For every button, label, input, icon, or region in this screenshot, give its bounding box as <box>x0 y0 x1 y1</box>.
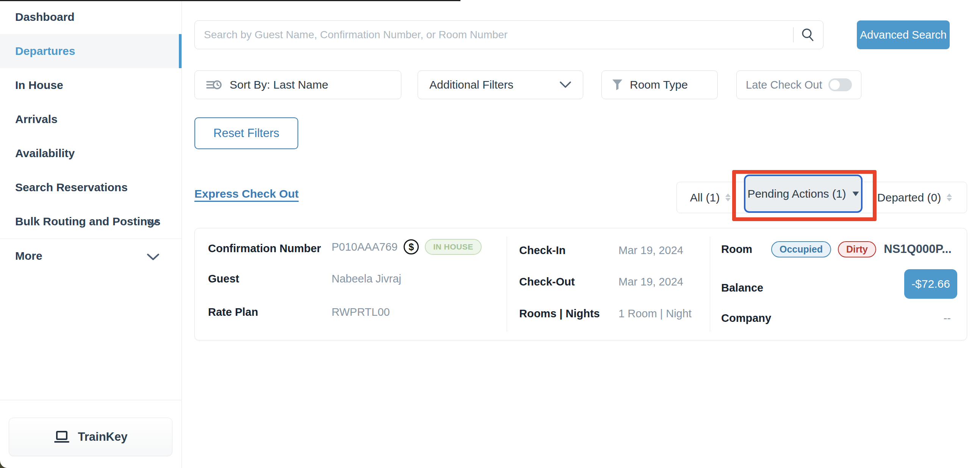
company-label: Company <box>721 312 771 325</box>
card-divider <box>507 236 507 332</box>
check-in-value: Mar 19, 2024 <box>619 244 683 257</box>
main-content: Advanced Search Sort By: Last Name Addit… <box>182 0 980 468</box>
tab-all-label: All (1) <box>690 191 720 204</box>
balance-label: Balance <box>721 282 763 294</box>
reset-filters-button[interactable]: Reset Filters <box>194 117 298 149</box>
tab-pending-actions[interactable]: Pending Actions (1) <box>744 175 862 213</box>
sidebar-item-label: Bulk Routing and Postings <box>15 215 160 228</box>
sidebar-footer: TrainKey <box>0 400 182 468</box>
rate-plan-label: Rate Plan <box>208 306 258 319</box>
trainkey-button[interactable]: TrainKey <box>9 418 172 456</box>
sidebar-item-departures[interactable]: Departures <box>0 34 181 68</box>
check-out-label: Check-Out <box>519 276 575 288</box>
sidebar: Dashboard Departures In House Arrivals A… <box>0 0 182 468</box>
check-in-label: Check-In <box>519 244 565 257</box>
advanced-search-button[interactable]: Advanced Search <box>857 21 950 49</box>
search-icon[interactable] <box>800 27 816 43</box>
additional-filters-label: Additional Filters <box>430 78 514 91</box>
rooms-nights-label: Rooms | Nights <box>519 308 600 320</box>
room-type-label: Room Type <box>630 78 688 91</box>
chevron-down-icon <box>559 81 571 89</box>
sidebar-nav: Dashboard Departures In House Arrivals A… <box>0 0 182 400</box>
sort-by-label: Sort By: Last Name <box>230 78 328 91</box>
balance-amount-text: -$72.66 <box>912 278 950 290</box>
room-label: Room <box>721 243 752 255</box>
room-type-filter[interactable]: Room Type <box>601 70 718 99</box>
sort-arrows-icon <box>946 194 952 201</box>
tab-departed-label: Departed (0) <box>877 191 941 204</box>
additional-filters-dropdown[interactable]: Additional Filters <box>418 70 583 99</box>
sort-by-dropdown[interactable]: Sort By: Last Name <box>194 70 401 99</box>
cropped-window-edge <box>0 0 460 1</box>
sidebar-item-availability[interactable]: Availability <box>0 136 181 170</box>
guest-label: Guest <box>208 273 239 285</box>
chevron-down-icon <box>147 219 159 227</box>
tab-pending-label: Pending Actions (1) <box>747 187 846 200</box>
express-check-out-link[interactable]: Express Check Out <box>194 187 299 200</box>
late-check-out-toggle[interactable] <box>829 78 852 91</box>
room-dirty-badge: Dirty <box>838 241 876 257</box>
sidebar-item-arrivals[interactable]: Arrivals <box>0 102 181 136</box>
search-bar <box>194 21 824 49</box>
room-number-value: NS1Q000P... <box>884 240 951 259</box>
caret-down-icon <box>852 192 859 196</box>
trainkey-label: TrainKey <box>78 430 128 444</box>
sidebar-item-in-house[interactable]: In House <box>0 68 181 102</box>
late-check-out-label: Late Check Out <box>746 79 822 91</box>
rooms-nights-value: 1 Room | Night <box>619 308 692 320</box>
sidebar-item-search-reservations[interactable]: Search Reservations <box>0 170 181 205</box>
sidebar-item-label: More <box>15 249 43 262</box>
late-check-out-filter: Late Check Out <box>736 70 861 99</box>
chevron-down-icon <box>147 253 159 261</box>
card-divider <box>710 236 710 332</box>
search-divider <box>793 27 794 43</box>
company-value-text: -- <box>943 312 951 325</box>
reservation-card: Confirmation Number P010AAA769 $ IN HOUS… <box>194 228 967 340</box>
rate-plan-value: RWPRTL00 <box>332 306 390 319</box>
guest-name-value: Nabeela Jivraj <box>332 273 401 285</box>
tab-departed[interactable]: Departed (0) <box>863 182 967 213</box>
billing-dollar-icon[interactable]: $ <box>404 239 419 254</box>
company-value: -- <box>943 309 951 328</box>
in-house-status-badge: IN HOUSE <box>425 239 482 255</box>
sort-history-icon <box>205 78 222 92</box>
room-number-text: NS1Q000P... <box>884 242 951 256</box>
sidebar-item-dashboard[interactable]: Dashboard <box>0 0 181 34</box>
check-out-value: Mar 19, 2024 <box>619 276 683 288</box>
balance-amount-chip[interactable]: -$72.66 <box>904 269 957 299</box>
search-input[interactable] <box>204 21 790 49</box>
funnel-icon <box>612 79 623 91</box>
toggle-knob <box>830 80 840 90</box>
tab-all[interactable]: All (1) <box>677 182 744 213</box>
sidebar-item-bulk-routing[interactable]: Bulk Routing and Postings <box>0 205 181 238</box>
sidebar-item-more[interactable]: More <box>0 238 181 273</box>
laptop-icon <box>54 430 70 443</box>
confirmation-number-value: P010AAA769 <box>332 241 398 253</box>
room-occupied-badge: Occupied <box>771 241 831 257</box>
sort-arrows-icon <box>725 194 731 201</box>
confirmation-number-label: Confirmation Number <box>208 242 321 255</box>
